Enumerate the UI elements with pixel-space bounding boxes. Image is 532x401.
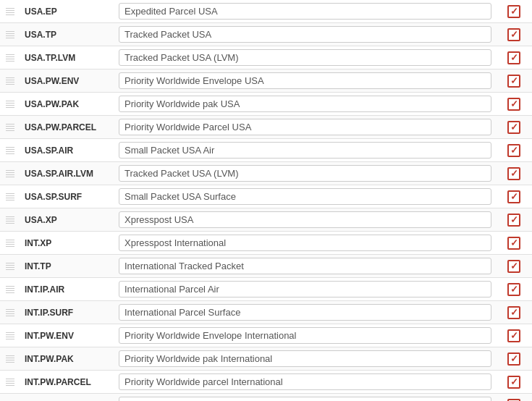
service-name-cell [114, 208, 496, 231]
service-enabled-checkbox[interactable] [507, 190, 520, 203]
drag-handle[interactable] [0, 332, 20, 339]
drag-icon [6, 147, 14, 154]
service-name-cell [114, 162, 496, 185]
service-enabled-cell [496, 28, 532, 41]
table-row: INT.PW.PAK [0, 347, 532, 371]
service-name-input[interactable] [119, 3, 491, 20]
shipping-methods-table: USA.EPUSA.TPUSA.TP.LVMUSA.PW.ENVUSA.PW.P… [0, 0, 532, 401]
service-code: USA.TP [20, 27, 114, 43]
service-enabled-checkbox[interactable] [507, 167, 520, 180]
service-name-input[interactable] [119, 49, 491, 66]
service-name-input[interactable] [119, 211, 491, 228]
service-code: INT.XP [20, 235, 114, 251]
drag-handle[interactable] [0, 355, 20, 363]
service-name-cell [114, 232, 496, 254]
service-enabled-checkbox[interactable] [507, 214, 520, 227]
service-enabled-checkbox[interactable] [507, 75, 520, 88]
service-name-input[interactable] [119, 72, 491, 89]
service-code: USA.PW.ENV [20, 73, 114, 89]
service-enabled-checkbox[interactable] [507, 329, 520, 342]
drag-handle[interactable] [0, 170, 20, 177]
service-enabled-checkbox[interactable] [507, 28, 520, 41]
service-enabled-checkbox[interactable] [507, 260, 520, 273]
drag-handle[interactable] [0, 240, 20, 247]
service-name-cell [114, 69, 496, 92]
service-code: USA.PW.PARCEL [20, 119, 114, 135]
drag-icon [6, 8, 14, 15]
drag-handle[interactable] [0, 216, 20, 224]
service-name-input[interactable] [119, 397, 491, 401]
service-name-input[interactable] [119, 281, 491, 297]
service-enabled-cell [496, 329, 532, 342]
drag-icon [6, 286, 14, 293]
service-enabled-cell [496, 214, 532, 227]
service-enabled-cell [496, 144, 532, 157]
drag-handle[interactable] [0, 263, 20, 270]
service-enabled-checkbox[interactable] [507, 283, 520, 296]
service-enabled-checkbox[interactable] [507, 353, 520, 366]
table-row: INT.SP.AIR [0, 394, 532, 401]
service-name-input[interactable] [119, 188, 491, 205]
drag-handle[interactable] [0, 54, 20, 62]
drag-handle[interactable] [0, 147, 20, 154]
drag-icon [6, 309, 14, 316]
service-enabled-checkbox[interactable] [507, 121, 520, 134]
drag-icon [6, 240, 14, 247]
table-row: USA.SP.AIR [0, 139, 532, 162]
service-enabled-cell [496, 121, 532, 134]
service-enabled-checkbox[interactable] [507, 98, 520, 111]
table-row: INT.TP [0, 255, 532, 278]
service-code: USA.SP.SURF [20, 189, 114, 205]
service-name-input[interactable] [119, 142, 491, 159]
service-name-input[interactable] [119, 373, 491, 390]
drag-icon [6, 263, 14, 270]
service-enabled-checkbox[interactable] [507, 5, 520, 18]
drag-icon [6, 54, 14, 62]
service-code: INT.SP.AIR [20, 397, 114, 402]
drag-handle[interactable] [0, 31, 20, 38]
service-name-input[interactable] [119, 327, 491, 344]
service-enabled-cell [496, 353, 532, 366]
drag-handle[interactable] [0, 8, 20, 15]
service-name-cell [114, 394, 496, 401]
table-row: USA.SP.SURF [0, 185, 532, 208]
service-name-cell [114, 301, 496, 324]
service-name-input[interactable] [119, 96, 491, 112]
service-enabled-cell [496, 190, 532, 203]
service-code: USA.EP [20, 4, 114, 20]
service-name-input[interactable] [119, 165, 491, 182]
service-code: INT.PW.PARCEL [20, 374, 114, 390]
service-code: INT.PW.ENV [20, 328, 114, 344]
service-code: USA.TP.LVM [20, 50, 114, 66]
service-name-cell [114, 347, 496, 370]
service-enabled-checkbox[interactable] [507, 376, 520, 389]
service-enabled-checkbox[interactable] [507, 51, 520, 64]
drag-handle[interactable] [0, 77, 20, 85]
service-name-input[interactable] [119, 304, 491, 321]
drag-handle[interactable] [0, 124, 20, 131]
service-name-input[interactable] [119, 258, 491, 274]
service-enabled-cell [496, 98, 532, 111]
service-enabled-checkbox[interactable] [507, 399, 520, 402]
service-enabled-checkbox[interactable] [507, 237, 520, 250]
drag-handle[interactable] [0, 286, 20, 293]
drag-handle[interactable] [0, 379, 20, 386]
service-name-input[interactable] [119, 119, 491, 135]
service-name-input[interactable] [119, 235, 491, 251]
service-name-input[interactable] [119, 350, 491, 367]
service-name-cell [114, 93, 496, 115]
service-code: USA.SP.AIR [20, 143, 114, 159]
table-row: USA.EP [0, 0, 532, 23]
table-row: INT.PW.ENV [0, 324, 532, 347]
drag-icon [6, 193, 14, 200]
service-enabled-checkbox[interactable] [507, 144, 520, 157]
drag-handle[interactable] [0, 193, 20, 200]
service-name-input[interactable] [119, 26, 491, 43]
service-code: INT.IP.AIR [20, 282, 114, 297]
drag-icon [6, 216, 14, 224]
drag-handle[interactable] [0, 309, 20, 316]
drag-handle[interactable] [0, 101, 20, 108]
service-name-cell [114, 278, 496, 300]
service-enabled-checkbox[interactable] [507, 306, 520, 319]
table-row: USA.TP.LVM [0, 46, 532, 69]
